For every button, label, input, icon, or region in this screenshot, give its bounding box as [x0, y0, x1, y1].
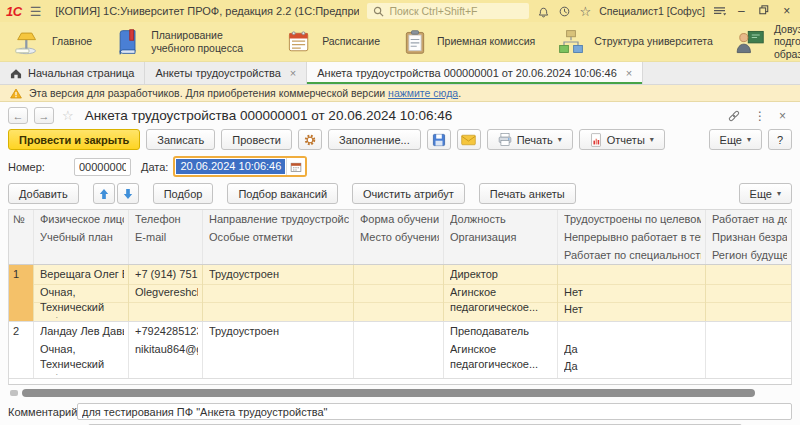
back-icon[interactable]: ← — [8, 107, 28, 124]
print-questionnaire-button[interactable]: Печать анкеты — [479, 183, 576, 204]
employment-table: № Физическое лицо Учебный план Телефон E… — [8, 209, 792, 385]
pick-button[interactable]: Подбор — [153, 183, 214, 204]
calendar-page-icon — [285, 28, 313, 56]
table-more-button[interactable]: Еще ▾ — [739, 183, 792, 204]
home-icon — [10, 68, 22, 79]
app-window: 1С ☰ [КОПИЯ] 1С:Университет ПРОФ, редакц… — [0, 0, 800, 425]
history-icon[interactable] — [558, 5, 571, 18]
ribbon-item-admissions[interactable]: Приемная комиссия — [402, 28, 535, 56]
post-button[interactable]: Провести — [221, 129, 292, 150]
warning-text: Эта версия для разработчиков. Для приобр… — [29, 87, 461, 99]
date-label: Дата: — [141, 161, 168, 173]
table-row[interactable]: 2 Ландау Лев Давыдо... Очная, Технически… — [9, 322, 791, 379]
responsible-row: Ответственный: ▾ … — [0, 420, 800, 425]
pick-vacancies-button[interactable]: Подбор вакансий — [227, 183, 338, 204]
add-row-button[interactable]: Добавить — [8, 183, 79, 204]
comment-field[interactable] — [77, 403, 792, 420]
ribbon-item-curriculum-planning[interactable]: Планирование учебного процесса — [114, 28, 263, 56]
buy-link[interactable]: нажмите сюда — [388, 87, 458, 99]
window-title: [КОПИЯ] 1С:Университет ПРОФ, редакция 2.… — [55, 5, 359, 17]
teacher-icon — [735, 28, 765, 56]
notifications-bell-icon[interactable] — [537, 5, 550, 18]
minimize-icon[interactable]: – — [734, 4, 749, 18]
command-bar: Провести и закрыть Записать Провести Зап… — [0, 127, 800, 155]
close-icon[interactable]: × — [779, 4, 794, 18]
clipboard-icon — [402, 28, 428, 56]
write-button[interactable]: Записать — [146, 129, 215, 150]
document-header: ← → ☆ Анкета трудоустройства 000000001 о… — [0, 102, 800, 127]
1c-logo: 1С — [6, 4, 22, 19]
table-header: № Физическое лицо Учебный план Телефон E… — [9, 210, 791, 265]
tab-home[interactable]: Начальная страница — [0, 62, 145, 84]
search-input[interactable] — [389, 5, 523, 17]
fill-button[interactable]: Заполнение... — [328, 129, 421, 150]
favorites-star-icon[interactable]: ☆ — [579, 4, 591, 19]
report-icon — [590, 133, 602, 147]
favorite-star-icon[interactable]: ☆ — [62, 108, 74, 123]
ribbon-menu: Главное Планирование учебного процесса Р… — [0, 22, 800, 62]
printer-icon — [498, 133, 512, 146]
date-value-selected[interactable]: 20.06.2024 10:06:46 — [176, 159, 285, 174]
tab-close-icon[interactable]: × — [626, 67, 632, 79]
move-up-button[interactable] — [93, 183, 115, 204]
help-button[interactable]: ? — [768, 129, 792, 150]
link-icon[interactable] — [727, 109, 741, 123]
tab-close-icon[interactable]: × — [290, 67, 296, 79]
chevron-down-icon: ▾ — [777, 189, 781, 198]
clear-attribute-button[interactable]: Очистить атрибут — [352, 183, 465, 204]
header-fields: Номер: Дата: 20.06.2024 10:06:46 — [0, 155, 800, 182]
save-file-icon-button[interactable] — [427, 129, 451, 150]
comment-row: Комментарий: — [0, 398, 800, 420]
tab-questionnaire-document[interactable]: Анкета трудоустройства 000000001 от 20.0… — [307, 62, 643, 84]
restore-icon[interactable] — [757, 4, 772, 18]
service-menu-icon[interactable] — [713, 6, 726, 17]
calendar-icon[interactable] — [286, 158, 305, 175]
lamp-icon — [13, 28, 43, 55]
post-and-close-button[interactable]: Провести и закрыть — [8, 129, 140, 150]
number-field[interactable] — [74, 158, 131, 176]
more-vert-icon[interactable]: ⋮ — [754, 109, 766, 123]
comment-label: Комментарий: — [8, 406, 77, 418]
orgchart-icon — [557, 28, 585, 56]
ribbon-item-main[interactable]: Главное — [13, 28, 92, 55]
date-field[interactable]: 20.06.2024 10:06:46 — [173, 156, 307, 177]
horizontal-scrollbar[interactable] — [8, 388, 792, 398]
table-toolbar: Добавить Подбор Подбор вакансий Очистить… — [0, 182, 800, 209]
scrollbar-thumb[interactable] — [22, 389, 755, 397]
page-title: Анкета трудоустройства 000000001 от 20.0… — [85, 108, 453, 123]
table-empty-area — [9, 379, 791, 384]
reports-button[interactable]: Отчеты ▾ — [579, 129, 665, 150]
forward-icon[interactable]: → — [34, 107, 54, 124]
global-search[interactable] — [367, 3, 529, 19]
document-form: ← → ☆ Анкета трудоустройства 000000001 о… — [0, 102, 800, 425]
more-button[interactable]: Еще ▾ — [709, 129, 762, 150]
main-menu-icon[interactable]: ☰ — [30, 5, 42, 18]
ribbon-item-university-structure[interactable]: Структура университета — [557, 28, 713, 56]
current-user[interactable]: Специалист1 [Софус] — [599, 5, 705, 17]
chevron-down-icon: ▾ — [558, 135, 562, 144]
tab-questionnaires-list[interactable]: Анкеты трудоустройства × — [145, 62, 307, 84]
book-icon — [114, 28, 142, 56]
chevron-down-icon: ▾ — [650, 135, 654, 144]
warning-icon — [10, 88, 22, 99]
title-bar: 1С ☰ [КОПИЯ] 1С:Университет ПРОФ, редакц… — [0, 0, 800, 22]
ribbon-item-schedule[interactable]: Расписание — [285, 28, 380, 56]
mail-icon-button[interactable] — [457, 129, 481, 150]
ribbon-item-preuniversity[interactable]: Довузовская подготовка и доп образование — [735, 23, 800, 59]
dev-version-warning: Эта версия для разработчиков. Для приобр… — [0, 85, 800, 102]
chevron-down-icon: ▾ — [747, 135, 751, 144]
close-form-icon[interactable]: × — [779, 109, 786, 123]
tab-bar: Начальная страница Анкеты трудоустройств… — [0, 62, 800, 85]
search-icon — [373, 6, 384, 17]
number-label: Номер: — [8, 161, 74, 173]
move-down-button[interactable] — [117, 183, 139, 204]
print-button[interactable]: Печать ▾ — [487, 129, 573, 150]
scrollbar-left-button[interactable] — [10, 390, 18, 396]
gear-icon-button[interactable] — [298, 129, 322, 150]
table-row[interactable]: 1 Верещага Олег Вал... Очная, Технически… — [9, 265, 791, 322]
